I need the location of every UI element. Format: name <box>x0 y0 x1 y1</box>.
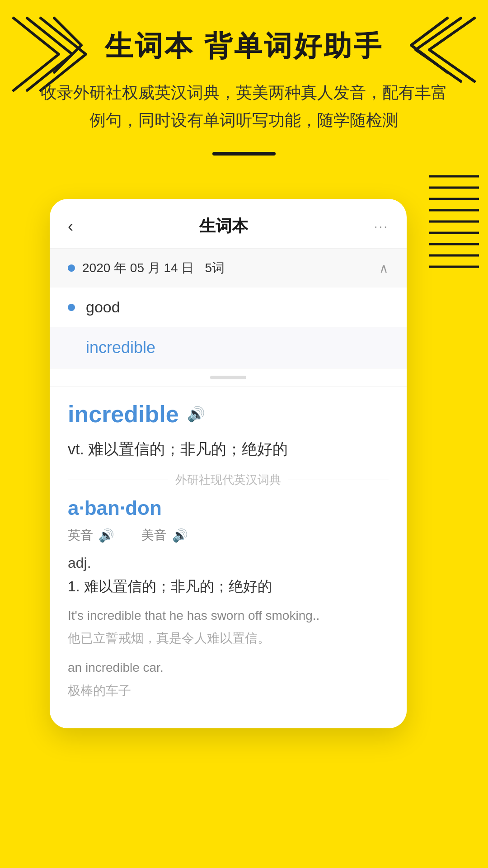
example-1-zh: 他已立誓戒烟，真是令人难以置信。 <box>68 628 389 649</box>
app-header: ‹ 生词本 ··· <box>50 199 407 249</box>
scroll-handle <box>210 376 246 379</box>
pron-american: 美音 🔊 <box>141 527 188 544</box>
date-row: 2020 年 05 月 14 日 5词 ∧ <box>50 249 407 288</box>
word-heading: incredible 🔊 <box>68 401 389 428</box>
word-pos: adj. <box>68 555 389 571</box>
word-text-good: good <box>86 298 120 316</box>
collapse-button[interactable]: ∧ <box>379 261 389 276</box>
pron-british: 英音 🔊 <box>68 527 114 544</box>
sub-description: 收录外研社权威英汉词典，英美两种真人发音，配有丰富例句，同时设有单词听写功能，随… <box>0 79 488 134</box>
more-button[interactable]: ··· <box>374 219 389 234</box>
word-list-item-incredible[interactable]: incredible <box>50 327 407 368</box>
pron-british-icon[interactable]: 🔊 <box>99 528 114 543</box>
lines-decoration-bottomright <box>425 172 483 262</box>
word-list-item-good[interactable]: good <box>50 288 407 327</box>
word-short-definition: vt. 难以置信的；非凡的；绝好的 <box>68 437 389 461</box>
header-section: 生词本 背单词好助手 收录外研社权威英汉词典，英美两种真人发音，配有丰富例句，同… <box>0 0 488 156</box>
word-text-incredible: incredible <box>86 338 155 357</box>
app-header-title: 生词本 <box>199 215 248 237</box>
date-dot <box>68 264 75 272</box>
example-2-en: an incredible car. <box>68 658 389 678</box>
pron-american-label: 美音 <box>141 527 167 544</box>
word-heading-text: incredible <box>68 401 179 428</box>
divider-bar <box>212 152 276 156</box>
phone-card: ‹ 生词本 ··· 2020 年 05 月 14 日 5词 ∧ good inc… <box>50 199 407 728</box>
pronunciation-row: 英音 🔊 美音 🔊 <box>68 527 389 544</box>
word-syllables: a·ban·don <box>68 497 389 519</box>
word-dot <box>68 304 75 311</box>
source-label: 外研社现代英汉词典 <box>175 472 281 488</box>
dictionary-source: 外研社现代英汉词典 <box>68 472 389 488</box>
main-title: 生词本 背单词好助手 <box>0 27 488 65</box>
pron-american-icon[interactable]: 🔊 <box>172 528 188 543</box>
back-button[interactable]: ‹ <box>68 217 73 236</box>
dictionary-section: incredible 🔊 vt. 难以置信的；非凡的；绝好的 外研社现代英汉词典… <box>50 387 407 728</box>
pron-british-label: 英音 <box>68 527 93 544</box>
example-2-zh: 极棒的车子 <box>68 681 389 701</box>
sound-icon-heading[interactable]: 🔊 <box>187 406 205 423</box>
example-1-en: It's incredible that he has sworn off sm… <box>68 606 389 626</box>
date-text: 2020 年 05 月 14 日 <box>82 259 194 277</box>
word-definition-full: 1. 难以置信的；非凡的；绝好的 <box>68 575 389 598</box>
word-dot-selected <box>68 344 75 351</box>
word-count: 5词 <box>205 259 225 277</box>
